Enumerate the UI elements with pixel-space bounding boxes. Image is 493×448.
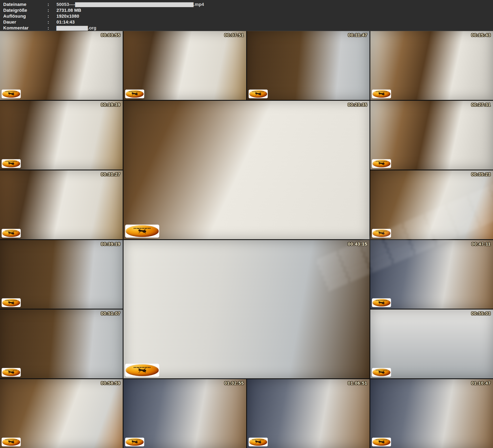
timestamp-overlay: 00:23:35 bbox=[348, 102, 367, 107]
video-frame-thumbnail: 00:47:11▪▪▪▪▪▪▪▪▪▪▪ bbox=[370, 240, 493, 309]
field-separator: : bbox=[47, 19, 56, 25]
field-dateigroesse: Dateigröße : 2731.08 MB bbox=[3, 7, 493, 13]
field-label: Dateiname bbox=[3, 1, 47, 7]
chip-text-redacted: ▪▪▪▪▪▪▪▪▪▪▪ bbox=[372, 160, 391, 162]
chip-text-redacted: ▪▪▪▪▪▪▪▪▪▪▪ bbox=[249, 438, 268, 441]
timestamp-overlay: 00:19:39 bbox=[101, 102, 121, 107]
video-contact-sheet: Dateiname : 50053----▇▇▇▇▇▇▇▇▇▇▇▇▇▇▇▇▇▇▇… bbox=[0, 0, 493, 448]
timestamp-overlay: 00:35:23 bbox=[471, 172, 491, 177]
timestamp-overlay: 00:39:19 bbox=[101, 241, 121, 247]
watermark-chip: ▪▪▪▪▪▪▪▪▪▪▪ bbox=[2, 159, 21, 168]
field-separator: : bbox=[47, 25, 56, 31]
video-frame-thumbnail: 00:35:23▪▪▪▪▪▪▪▪▪▪▪ bbox=[370, 170, 493, 239]
thumbnail-grid: 00:03:55▪▪▪▪▪▪▪▪▪▪▪00:07:51▪▪▪▪▪▪▪▪▪▪▪00… bbox=[0, 31, 493, 448]
timestamp-overlay: 00:03:55 bbox=[101, 33, 121, 38]
video-frame-thumbnail: 00:23:35▪▪▪▪▪▪▪▪▪▪▪ bbox=[123, 101, 370, 239]
watermark-chip: ▪▪▪▪▪▪▪▪▪▪▪ bbox=[2, 368, 21, 377]
video-frame-thumbnail: 00:27:31▪▪▪▪▪▪▪▪▪▪▪ bbox=[370, 101, 493, 169]
video-frame-thumbnail: 00:15:43▪▪▪▪▪▪▪▪▪▪▪ bbox=[370, 31, 493, 100]
filename-value: 50053----▇▇▇▇▇▇▇▇▇▇▇▇▇▇▇▇▇▇▇▇▇▇▇▇▇▇▇▇▇▇▇… bbox=[56, 1, 204, 7]
timestamp-overlay: 00:27:31 bbox=[471, 102, 491, 107]
filesize-value: 2731.08 MB bbox=[56, 7, 81, 13]
video-frame-thumbnail: 00:39:19▪▪▪▪▪▪▪▪▪▪▪ bbox=[0, 240, 123, 309]
timestamp-overlay: 00:15:43 bbox=[471, 33, 491, 38]
video-frame-thumbnail: 01:02:55▪▪▪▪▪▪▪▪▪▪▪ bbox=[123, 379, 246, 448]
chip-text-redacted: ▪▪▪▪▪▪▪▪▪▪▪ bbox=[249, 90, 268, 93]
chip-text-redacted: ▪▪▪▪▪▪▪▪▪▪▪ bbox=[372, 369, 391, 371]
watermark-chip: ▪▪▪▪▪▪▪▪▪▪▪ bbox=[372, 438, 391, 446]
field-dauer: Dauer : 01:14:43 bbox=[3, 19, 493, 25]
timestamp-overlay: 00:51:07 bbox=[101, 311, 121, 316]
timestamp-overlay: 01:02:55 bbox=[224, 381, 244, 386]
timestamp-overlay: 01:10:47 bbox=[471, 381, 491, 386]
watermark-chip: ▪▪▪▪▪▪▪▪▪▪▪ bbox=[372, 159, 391, 168]
chip-text-redacted: ▪▪▪▪▪▪▪▪▪▪▪ bbox=[372, 438, 391, 441]
field-label: Auflösung bbox=[3, 13, 47, 19]
file-info-header: Dateiname : 50053----▇▇▇▇▇▇▇▇▇▇▇▇▇▇▇▇▇▇▇… bbox=[0, 0, 493, 31]
watermark-chip: ▪▪▪▪▪▪▪▪▪▪▪ bbox=[372, 298, 391, 307]
video-frame-thumbnail: 00:43:15▪▪▪▪▪▪▪▪▪▪▪ bbox=[123, 240, 370, 379]
chip-text-redacted: ▪▪▪▪▪▪▪▪▪▪▪ bbox=[2, 230, 21, 232]
field-dateiname: Dateiname : 50053----▇▇▇▇▇▇▇▇▇▇▇▇▇▇▇▇▇▇▇… bbox=[3, 1, 493, 7]
field-label: Dauer bbox=[3, 19, 47, 25]
video-frame-thumbnail: 00:58:59▪▪▪▪▪▪▪▪▪▪▪ bbox=[0, 379, 123, 448]
field-kommentar: Kommentar : ▇▇▇▇▇▇▇▇▇.org bbox=[3, 25, 493, 31]
timestamp-overlay: 00:47:11 bbox=[471, 241, 491, 247]
video-frame-thumbnail: 00:19:39▪▪▪▪▪▪▪▪▪▪▪ bbox=[0, 101, 123, 169]
chip-text-redacted: ▪▪▪▪▪▪▪▪▪▪▪ bbox=[2, 160, 21, 162]
chip-text-redacted: ▪▪▪▪▪▪▪▪▪▪▪ bbox=[2, 299, 21, 302]
video-frame-thumbnail: 00:07:51▪▪▪▪▪▪▪▪▪▪▪ bbox=[123, 31, 246, 100]
video-frame-thumbnail: 00:31:27▪▪▪▪▪▪▪▪▪▪▪ bbox=[0, 170, 123, 239]
chip-text-redacted: ▪▪▪▪▪▪▪▪▪▪▪ bbox=[2, 90, 21, 93]
resolution-value: 1920x1080 bbox=[56, 13, 79, 19]
comment-value: ▇▇▇▇▇▇▇▇▇.org bbox=[56, 25, 96, 31]
watermark-chip: ▪▪▪▪▪▪▪▪▪▪▪ bbox=[249, 438, 268, 446]
timestamp-overlay: 00:43:15 bbox=[348, 241, 367, 247]
chip-text-redacted: ▪▪▪▪▪▪▪▪▪▪▪ bbox=[2, 438, 21, 441]
watermark-chip: ▪▪▪▪▪▪▪▪▪▪▪ bbox=[125, 90, 144, 98]
duration-value: 01:14:43 bbox=[56, 19, 75, 25]
field-separator: : bbox=[47, 7, 56, 13]
watermark-chip: ▪▪▪▪▪▪▪▪▪▪▪ bbox=[125, 438, 144, 446]
chip-text-redacted: ▪▪▪▪▪▪▪▪▪▪▪ bbox=[125, 438, 144, 441]
video-frame-thumbnail: 00:55:03▪▪▪▪▪▪▪▪▪▪▪ bbox=[370, 310, 493, 378]
chip-text-redacted: ▪▪▪▪▪▪▪▪▪▪▪ bbox=[2, 369, 21, 371]
watermark-chip: ▪▪▪▪▪▪▪▪▪▪▪ bbox=[372, 229, 391, 238]
chip-text-redacted: ▪▪▪▪▪▪▪▪▪▪▪ bbox=[372, 90, 391, 93]
video-frame-thumbnail: 00:51:07▪▪▪▪▪▪▪▪▪▪▪ bbox=[0, 310, 123, 378]
timestamp-overlay: 00:31:27 bbox=[101, 172, 121, 177]
field-aufloesung: Auflösung : 1920x1080 bbox=[3, 13, 493, 19]
field-label: Kommentar bbox=[3, 25, 47, 31]
watermark-chip: ▪▪▪▪▪▪▪▪▪▪▪ bbox=[249, 90, 268, 98]
video-frame-thumbnail: 01:10:47▪▪▪▪▪▪▪▪▪▪▪ bbox=[370, 379, 493, 448]
watermark-chip: ▪▪▪▪▪▪▪▪▪▪▪ bbox=[2, 90, 21, 98]
watermark-chip: ▪▪▪▪▪▪▪▪▪▪▪ bbox=[2, 438, 21, 446]
video-frame-thumbnail: 00:03:55▪▪▪▪▪▪▪▪▪▪▪ bbox=[0, 31, 123, 100]
timestamp-overlay: 00:55:03 bbox=[471, 311, 491, 316]
timestamp-overlay: 00:07:51 bbox=[224, 33, 244, 38]
chip-text-redacted: ▪▪▪▪▪▪▪▪▪▪▪ bbox=[125, 365, 159, 369]
video-frame-thumbnail: 00:11:47▪▪▪▪▪▪▪▪▪▪▪ bbox=[247, 31, 370, 100]
timestamp-overlay: 00:11:47 bbox=[348, 33, 367, 38]
watermark-chip: ▪▪▪▪▪▪▪▪▪▪▪ bbox=[125, 224, 159, 238]
watermark-chip: ▪▪▪▪▪▪▪▪▪▪▪ bbox=[372, 90, 391, 98]
timestamp-overlay: 00:58:59 bbox=[101, 381, 121, 386]
watermark-chip: ▪▪▪▪▪▪▪▪▪▪▪ bbox=[372, 368, 391, 377]
watermark-chip: ▪▪▪▪▪▪▪▪▪▪▪ bbox=[2, 229, 21, 238]
field-label: Dateigröße bbox=[3, 7, 47, 13]
chip-text-redacted: ▪▪▪▪▪▪▪▪▪▪▪ bbox=[125, 226, 159, 230]
watermark-chip: ▪▪▪▪▪▪▪▪▪▪▪ bbox=[2, 298, 21, 307]
chip-text-redacted: ▪▪▪▪▪▪▪▪▪▪▪ bbox=[125, 90, 144, 93]
chip-text-redacted: ▪▪▪▪▪▪▪▪▪▪▪ bbox=[372, 230, 391, 232]
watermark-chip: ▪▪▪▪▪▪▪▪▪▪▪ bbox=[125, 364, 159, 377]
field-separator: : bbox=[47, 13, 56, 19]
chip-text-redacted: ▪▪▪▪▪▪▪▪▪▪▪ bbox=[372, 299, 391, 302]
timestamp-overlay: 01:06:51 bbox=[348, 381, 367, 386]
video-frame-thumbnail: 01:06:51▪▪▪▪▪▪▪▪▪▪▪ bbox=[247, 379, 370, 448]
field-separator: : bbox=[47, 1, 56, 7]
